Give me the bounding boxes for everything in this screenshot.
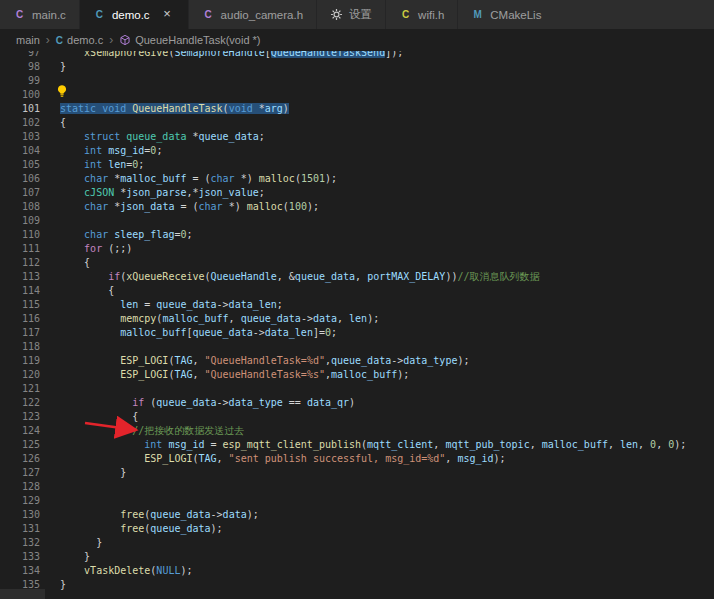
- line-number[interactable]: 105: [0, 158, 40, 172]
- code-line-text[interactable]: }: [40, 550, 90, 564]
- code-line-117[interactable]: 117 malloc_buff[queue_data->data_len]=0;: [0, 326, 714, 340]
- horizontal-scrollbar-thumb[interactable]: [0, 589, 45, 599]
- code-line-115[interactable]: 115 len = queue_data->data_len;: [0, 298, 714, 312]
- code-line-122[interactable]: 122 if (queue_data->data_type == data_qr…: [0, 396, 714, 410]
- code-line-text[interactable]: malloc_buff[queue_data->data_len]=0;: [40, 326, 337, 340]
- code-line-text[interactable]: {: [40, 256, 90, 270]
- code-line-text[interactable]: if(xQueueReceive(QueueHandle, &queue_dat…: [40, 270, 540, 284]
- line-number[interactable]: 101: [0, 102, 40, 116]
- code-line-101[interactable]: 101static void QueueHandleTask(void *arg…: [0, 102, 714, 116]
- breadcrumb-item-symbol[interactable]: QueueHandleTask(void *): [119, 34, 260, 46]
- line-number[interactable]: 125: [0, 438, 40, 452]
- code-line-text[interactable]: [40, 214, 60, 228]
- code-line-text[interactable]: if (queue_data->data_type == data_qr): [40, 396, 355, 410]
- code-line-119[interactable]: 119 ESP_LOGI(TAG, "QueueHandleTask=%d",q…: [0, 354, 714, 368]
- code-line-text[interactable]: char *malloc_buff = (char *) malloc(1501…: [40, 172, 337, 186]
- code-line-text[interactable]: ESP_LOGI(TAG, "sent publish successful, …: [40, 452, 506, 466]
- line-number[interactable]: 133: [0, 550, 40, 564]
- code-line-114[interactable]: 114 {: [0, 284, 714, 298]
- code-line-124[interactable]: 124 //把接收的数据发送过去: [0, 424, 714, 438]
- code-line-126[interactable]: 126 ESP_LOGI(TAG, "sent publish successf…: [0, 452, 714, 466]
- line-number[interactable]: 130: [0, 508, 40, 522]
- lightbulb-icon[interactable]: [55, 84, 69, 98]
- code-line-116[interactable]: 116 memcpy(malloc_buff, queue_data->data…: [0, 312, 714, 326]
- code-line-text[interactable]: free(queue_data->data);: [40, 508, 259, 522]
- code-line-108[interactable]: 108 char *json_data = (char *) malloc(10…: [0, 200, 714, 214]
- line-number[interactable]: 119: [0, 354, 40, 368]
- code-line-132[interactable]: 132 }: [0, 536, 714, 550]
- line-number[interactable]: 108: [0, 200, 40, 214]
- code-line-97[interactable]: 97 xSemaphoreGive(SemaphoreHandle[QueueH…: [0, 51, 714, 60]
- breadcrumb-item-main[interactable]: main: [16, 34, 40, 46]
- line-number[interactable]: 104: [0, 144, 40, 158]
- line-number[interactable]: 131: [0, 522, 40, 536]
- code-line-text[interactable]: [40, 480, 60, 494]
- line-number[interactable]: 121: [0, 382, 40, 396]
- code-line-text[interactable]: [40, 340, 60, 354]
- close-icon[interactable]: ×: [160, 7, 175, 22]
- tab-cmakelists[interactable]: MCMakeLis: [458, 0, 714, 29]
- line-number[interactable]: 124: [0, 424, 40, 438]
- code-line-text[interactable]: [40, 494, 60, 508]
- line-number[interactable]: 126: [0, 452, 40, 466]
- code-line-text[interactable]: memcpy(malloc_buff, queue_data->data, le…: [40, 312, 379, 326]
- code-line-133[interactable]: 133 }: [0, 550, 714, 564]
- code-line-text[interactable]: {: [40, 116, 66, 130]
- line-number[interactable]: 117: [0, 326, 40, 340]
- line-number[interactable]: 129: [0, 494, 40, 508]
- tab-main-c[interactable]: Cmain.c: [0, 0, 80, 29]
- tab-settings[interactable]: 设置: [317, 0, 386, 29]
- code-line-130[interactable]: 130 free(queue_data->data);: [0, 508, 714, 522]
- line-number[interactable]: 110: [0, 228, 40, 242]
- line-number[interactable]: 127: [0, 466, 40, 480]
- code-line-text[interactable]: [40, 382, 60, 396]
- line-number[interactable]: 107: [0, 186, 40, 200]
- line-number[interactable]: 98: [0, 60, 40, 74]
- code-line-104[interactable]: 104 int msg_id=0;: [0, 144, 714, 158]
- tab-audio-camera-h[interactable]: Caudio_camera.h: [189, 0, 317, 29]
- code-line-text[interactable]: }: [40, 466, 126, 480]
- code-line-118[interactable]: 118: [0, 340, 714, 354]
- code-line-135[interactable]: 135}: [0, 578, 714, 592]
- code-line-text[interactable]: }: [40, 536, 102, 550]
- code-line-128[interactable]: 128: [0, 480, 714, 494]
- code-line-110[interactable]: 110 char sleep_flag=0;: [0, 228, 714, 242]
- line-number[interactable]: 118: [0, 340, 40, 354]
- breadcrumb-item-demo-c[interactable]: Cdemo.c: [56, 34, 103, 46]
- line-number[interactable]: 102: [0, 116, 40, 130]
- code-line-99[interactable]: 99: [0, 74, 714, 88]
- tab-wifi-h[interactable]: Cwifi.h: [386, 0, 458, 29]
- line-number[interactable]: 134: [0, 564, 40, 578]
- code-line-text[interactable]: vTaskDelete(NULL);: [40, 564, 193, 578]
- code-line-text[interactable]: cJSON *json_parse,*json_value;: [40, 186, 265, 200]
- code-line-112[interactable]: 112 {: [0, 256, 714, 270]
- code-line-text[interactable]: int len=0;: [40, 158, 144, 172]
- code-line-text[interactable]: {: [40, 284, 114, 298]
- code-line-134[interactable]: 134 vTaskDelete(NULL);: [0, 564, 714, 578]
- code-line-111[interactable]: 111 for (;;): [0, 242, 714, 256]
- code-line-107[interactable]: 107 cJSON *json_parse,*json_value;: [0, 186, 714, 200]
- code-line-text[interactable]: char sleep_flag=0;: [40, 228, 193, 242]
- code-line-text[interactable]: int msg_id=0;: [40, 144, 162, 158]
- line-number[interactable]: 122: [0, 396, 40, 410]
- code-line-102[interactable]: 102{: [0, 116, 714, 130]
- code-line-103[interactable]: 103 struct queue_data *queue_data;: [0, 130, 714, 144]
- code-line-text[interactable]: for (;;): [40, 242, 132, 256]
- line-number[interactable]: 128: [0, 480, 40, 494]
- code-line-text[interactable]: struct queue_data *queue_data;: [40, 130, 265, 144]
- code-line-text[interactable]: free(queue_data);: [40, 522, 223, 536]
- code-line-98[interactable]: 98}: [0, 60, 714, 74]
- line-number[interactable]: 113: [0, 270, 40, 284]
- line-number[interactable]: 132: [0, 536, 40, 550]
- line-number[interactable]: 115: [0, 298, 40, 312]
- code-line-123[interactable]: 123 {: [0, 410, 714, 424]
- code-line-text[interactable]: char *json_data = (char *) malloc(100);: [40, 200, 319, 214]
- line-number[interactable]: 97: [0, 51, 40, 60]
- code-line-text[interactable]: len = queue_data->data_len;: [40, 298, 283, 312]
- code-line-text[interactable]: int msg_id = esp_mqtt_client_publish(mqt…: [40, 438, 686, 452]
- code-line-100[interactable]: 100: [0, 88, 714, 102]
- code-line-121[interactable]: 121: [0, 382, 714, 396]
- line-number[interactable]: 116: [0, 312, 40, 326]
- line-number[interactable]: 111: [0, 242, 40, 256]
- code-line-120[interactable]: 120 ESP_LOGI(TAG, "QueueHandleTask=%s",m…: [0, 368, 714, 382]
